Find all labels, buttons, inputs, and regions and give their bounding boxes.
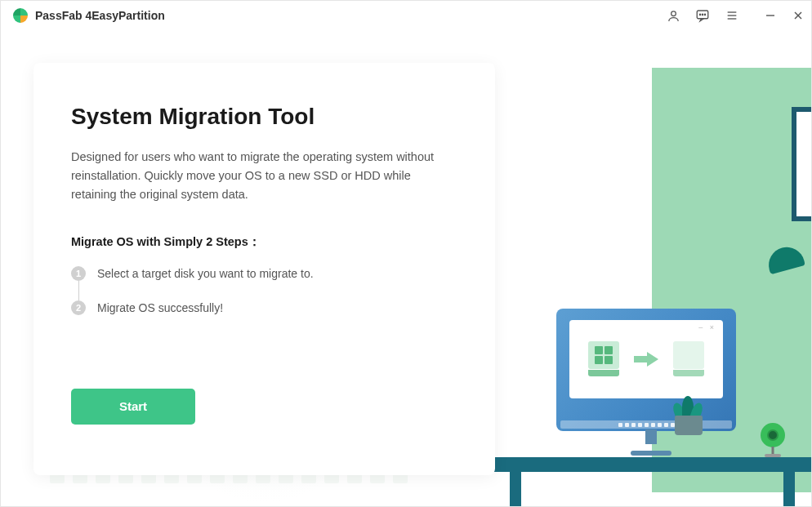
svg-point-0 <box>671 11 676 16</box>
step-item: 2 Migrate OS successfully! <box>71 300 457 315</box>
step-item: 1 Select a target disk you want to migra… <box>71 266 457 281</box>
close-button[interactable] <box>792 9 805 22</box>
step-text: Migrate OS successfully! <box>97 300 223 315</box>
step-connector <box>78 281 79 300</box>
minimize-button[interactable] <box>764 9 777 22</box>
titlebar-right <box>666 8 805 23</box>
titlebar-left: PassFab 4EasyPartition <box>12 7 165 24</box>
svg-point-3 <box>702 14 703 15</box>
feedback-icon[interactable] <box>695 8 710 23</box>
desk-leg <box>783 472 795 506</box>
main-card: System Migration Tool Designed for users… <box>33 63 495 475</box>
desk-lamp <box>754 239 803 362</box>
steps-heading: Migrate OS with Simply 2 Steps： <box>71 234 457 250</box>
source-drive-icon <box>588 341 619 377</box>
page-title: System Migration Tool <box>71 104 457 130</box>
menu-icon[interactable] <box>725 8 739 23</box>
illustration: – × <box>468 60 811 506</box>
start-button[interactable]: Start <box>71 389 195 425</box>
taskbar-illustration <box>560 420 732 429</box>
desk <box>493 457 811 472</box>
app-window: PassFab 4EasyPartition <box>0 0 812 507</box>
step-number-badge: 1 <box>71 266 86 281</box>
app-title: PassFab 4EasyPartition <box>35 9 165 22</box>
user-icon[interactable] <box>666 8 680 23</box>
picture-frame <box>792 107 811 221</box>
step-text: Select a target disk you want to migrate… <box>97 266 314 281</box>
arrow-right-icon <box>634 353 658 366</box>
plant-decoration <box>672 390 705 435</box>
webcam-decoration <box>759 423 787 457</box>
svg-point-2 <box>699 14 700 15</box>
svg-point-4 <box>704 14 705 15</box>
titlebar: PassFab 4EasyPartition <box>1 1 811 30</box>
monitor-popup: – × <box>569 320 723 398</box>
page-description: Designed for users who want to migrate t… <box>71 148 447 205</box>
app-logo-icon <box>12 7 29 24</box>
steps-list: 1 Select a target disk you want to migra… <box>71 266 457 315</box>
monitor-illustration: – × <box>556 309 746 456</box>
desk-leg <box>510 472 521 506</box>
content-area: System Migration Tool Designed for users… <box>1 30 811 506</box>
step-number-badge: 2 <box>71 300 86 315</box>
target-drive-icon <box>673 341 704 377</box>
window-controls <box>764 9 805 22</box>
